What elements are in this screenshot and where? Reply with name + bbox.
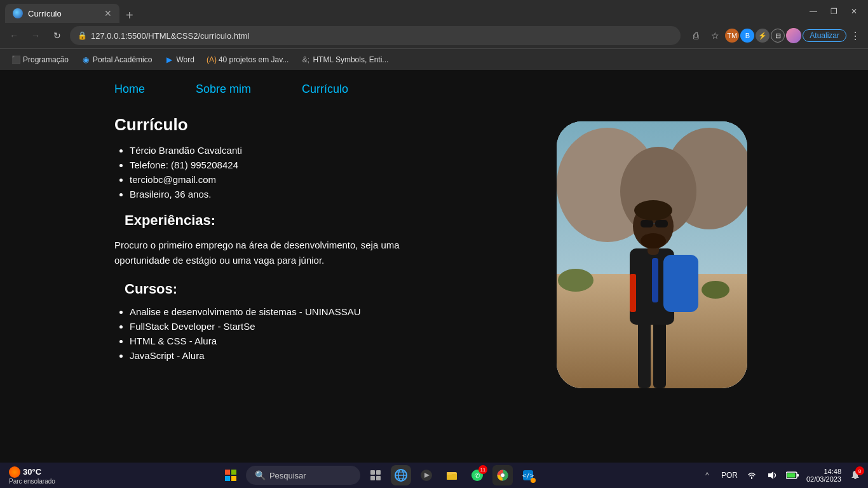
nav-home[interactable]: Home <box>114 83 145 96</box>
close-window-button[interactable]: ✕ <box>845 3 863 20</box>
vscode-notify <box>531 478 536 483</box>
bookmark-html-symbols-icon: &; <box>301 55 310 64</box>
maximize-button[interactable]: ❐ <box>825 3 843 20</box>
battery-icon[interactable] <box>783 466 801 484</box>
bookmark-word-icon: ▶ <box>165 55 173 64</box>
taskbar-vscode-icon[interactable]: </> <box>518 465 538 485</box>
svg-rect-28 <box>376 476 381 480</box>
experiences-text: Procuro o primeiro emprego na área de de… <box>114 238 432 268</box>
share-icon[interactable]: ⎙ <box>687 27 705 44</box>
ext-bitwarden-icon[interactable]: B <box>740 29 754 43</box>
bookmark-word-label: Word <box>176 55 194 64</box>
svg-rect-11 <box>663 255 698 312</box>
more-menu-icon[interactable]: ⋮ <box>848 30 863 42</box>
svg-rect-50 <box>797 474 799 477</box>
bookmark-projetos-label: 40 projetos em Jav... <box>219 55 289 64</box>
info-email: terciobc@gmail.com <box>130 174 525 185</box>
browser-chrome: Currículo ✕ + — ❐ ✕ ← → ↻ 🔒 127.0.0.1:55… <box>0 0 868 70</box>
taskbar-whatsapp-icon[interactable]: ✆ 11 <box>467 465 487 485</box>
minimize-button[interactable]: — <box>804 3 822 20</box>
bookmark-programacao-label: Programação <box>23 55 69 64</box>
address-bar-row: ← → ↻ 🔒 127.0.0.1:5500/HTML&CSS2/curricu… <box>0 23 868 48</box>
time-display: 14:48 <box>824 468 841 475</box>
svg-rect-9 <box>653 318 666 388</box>
taskbar-files-icon[interactable] <box>442 465 462 485</box>
toolbar-icons: ⎙ ☆ TM B ⚡ ⊟ Atualizar ⋮ <box>687 27 863 44</box>
address-bar[interactable]: 🔒 127.0.0.1:5500/HTML&CSS2/curriculo.htm… <box>70 26 681 45</box>
svg-point-20 <box>641 233 666 248</box>
notifications-icon[interactable]: 8 <box>846 466 864 484</box>
bookmark-html-symbols-label: HTML Symbols, Enti... <box>313 55 388 64</box>
bookmark-portal-label: Portal Acadêmico <box>93 55 152 64</box>
taskbar-center: 🔍 Pesquisar <box>62 465 697 485</box>
back-button[interactable]: ← <box>5 27 23 44</box>
forward-button[interactable]: → <box>27 27 44 44</box>
svg-marker-48 <box>768 471 773 479</box>
start-button[interactable] <box>220 465 241 485</box>
wifi-icon[interactable] <box>743 466 761 484</box>
taskbar-datetime[interactable]: 14:48 02/03/2023 <box>804 468 844 483</box>
taskbar-chrome-icon[interactable] <box>492 465 513 485</box>
taskbar: 30°C Parc ensolarado 🔍 Pesquisar <box>0 463 868 488</box>
main-layout: Currículo Tércio Brandão Cavalcanti Tele… <box>0 109 868 395</box>
svg-point-5 <box>558 269 593 292</box>
svg-rect-16 <box>641 220 653 227</box>
svg-rect-23 <box>225 476 230 481</box>
whatsapp-badge: 11 <box>478 465 487 474</box>
site-navigation: Home Sobre mim Currículo <box>0 70 868 109</box>
page-title: Currículo <box>114 115 525 135</box>
profile-avatar[interactable] <box>786 28 801 43</box>
bookmark-projetos[interactable]: (A) 40 projetos em Jav... <box>202 53 294 66</box>
temperature-label: 30°C <box>23 467 41 477</box>
page-content: Home Sobre mim Currículo Currículo Térci… <box>0 70 868 463</box>
tab-bar: Currículo ✕ + <box>5 0 402 23</box>
date-display: 02/03/2023 <box>806 475 841 483</box>
course-4: JavaScript - Alura <box>130 350 525 361</box>
svg-rect-38 <box>447 472 452 475</box>
close-tab-button[interactable]: ✕ <box>104 8 112 18</box>
photo-simulation <box>557 121 747 388</box>
svg-rect-22 <box>231 470 236 475</box>
course-2: FullStack Developer - StartSe <box>130 321 525 332</box>
info-phone: Telefone: (81) 995208424 <box>130 159 525 170</box>
svg-point-45 <box>501 473 505 477</box>
system-tray-arrow[interactable]: ^ <box>698 466 716 484</box>
nav-curriculo[interactable]: Currículo <box>302 83 348 96</box>
task-view-button[interactable] <box>365 465 386 485</box>
svg-rect-17 <box>655 220 668 227</box>
nav-sobre-mim[interactable]: Sobre mim <box>196 83 251 96</box>
language-label: POR <box>719 471 740 480</box>
photo-container <box>550 115 754 388</box>
taskbar-browser-icon[interactable] <box>391 465 411 485</box>
lock-icon: 🔒 <box>78 31 87 40</box>
svg-rect-25 <box>370 470 375 475</box>
bookmark-portal[interactable]: ◉ Portal Acadêmico <box>76 53 157 66</box>
weather-description: Parc ensolarado <box>9 478 55 485</box>
info-nationality: Brasileiro, 36 anos. <box>130 189 525 200</box>
ext-extensions-icon[interactable]: ⚡ <box>756 29 770 43</box>
window-controls: — ❐ ✕ <box>804 3 863 20</box>
ext-tampermonkey-icon[interactable]: TM <box>725 29 739 43</box>
bookmark-programacao[interactable]: ⬛ Programação <box>6 53 74 66</box>
taskbar-video-icon[interactable] <box>416 465 437 485</box>
refresh-button[interactable]: ↻ <box>48 27 66 44</box>
volume-icon[interactable] <box>763 466 781 484</box>
bookmark-icon[interactable]: ☆ <box>706 27 724 44</box>
taskbar-weather: 30°C Parc ensolarado <box>4 466 60 485</box>
svg-rect-8 <box>638 318 651 388</box>
weather-icon <box>9 466 20 478</box>
active-tab[interactable]: Currículo ✕ <box>5 4 119 23</box>
update-button[interactable]: Atualizar <box>803 29 846 42</box>
svg-rect-37 <box>447 474 457 480</box>
bookmark-word[interactable]: ▶ Word <box>159 53 199 66</box>
svg-rect-21 <box>225 470 230 475</box>
courses-title: Cursos: <box>125 281 525 297</box>
search-icon: 🔍 <box>255 470 266 480</box>
tab-title: Currículo <box>28 9 62 18</box>
sidebar-icon[interactable]: ⊟ <box>771 29 785 43</box>
course-1: Analise e desenvolvimento de sistemas - … <box>130 306 525 317</box>
new-tab-button[interactable]: + <box>122 8 137 23</box>
taskbar-search[interactable]: 🔍 Pesquisar <box>246 466 360 485</box>
svg-rect-51 <box>787 473 795 478</box>
bookmark-html-symbols[interactable]: &; HTML Symbols, Enti... <box>296 53 393 66</box>
